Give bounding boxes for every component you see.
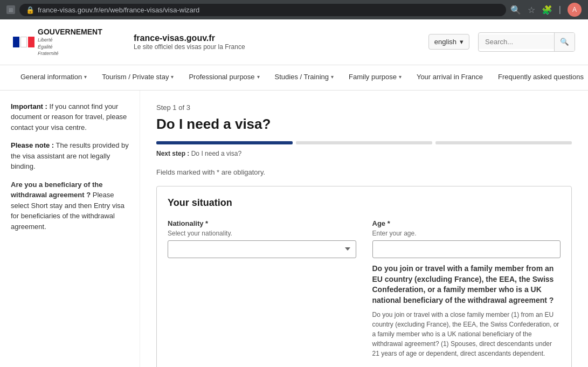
search-box: 🔍 (478, 32, 575, 52)
user-avatar[interactable]: A (568, 3, 582, 17)
nav-label: General information (20, 73, 82, 81)
agreement-label: Are you a beneficiary of the withdrawal … (11, 181, 103, 199)
nav-item-faq[interactable]: Frequently asked questions (490, 65, 588, 90)
travel-question-section: Do you join or travel with a family memb… (372, 264, 561, 358)
important-label: Important : (11, 102, 47, 110)
extensions-icon[interactable]: 🧩 (542, 5, 552, 15)
logo-area: GOUVERNEMENT Liberté Égalité Fraternité (13, 27, 121, 57)
nationality-sublabel: Select your nationality. (168, 230, 356, 237)
site-info: france-visas.gouv.fr Le site officiel de… (134, 33, 416, 51)
travel-question-body: Do you join or travel with a close famil… (372, 310, 561, 358)
chevron-down-icon: ▾ (399, 74, 402, 80)
site-tagline: Le site officiel des visas pour la Franc… (134, 43, 416, 51)
note-label: Please note : (11, 141, 54, 149)
flag-white (20, 37, 27, 47)
main-nav: General information ▾ Tourism / Private … (0, 65, 588, 91)
sidebar-note: Please note : The results provided by th… (11, 140, 129, 172)
age-group: Age * Enter your age. Do you join or tra… (372, 219, 561, 358)
flag-red (28, 37, 34, 47)
step-indicator: Step 1 of 3 (156, 103, 572, 112)
tab-icon: ⊞ (6, 5, 15, 14)
age-input[interactable] (372, 240, 561, 258)
main-panel: Step 1 of 3 Do I need a visa? Next step … (140, 91, 588, 367)
next-step-label: Next step : Do I need a visa? (156, 150, 572, 157)
nav-label: Studies / Training (275, 73, 329, 81)
nationality-select[interactable] (168, 240, 356, 258)
fields-note: Fields marked with * are obligatory. (156, 168, 572, 176)
chevron-down-icon: ▾ (171, 74, 174, 80)
sidebar-agreement: Are you a beneficiary of the withdrawal … (11, 179, 129, 232)
gov-motto: Liberté Égalité Fraternité (38, 37, 102, 57)
sidebar: Important : If you cannot find your docu… (0, 91, 140, 367)
french-flag (13, 37, 34, 47)
search-icon: 🔍 (560, 38, 569, 46)
header-controls: english ▾ 🔍 (428, 32, 575, 52)
content-wrapper: Important : If you cannot find your docu… (0, 91, 588, 367)
nav-label: Family purpose (349, 73, 397, 81)
chevron-down-icon: ▾ (257, 74, 260, 80)
chevron-down-icon: ▾ (460, 38, 464, 46)
nav-item-professional[interactable]: Professional purpose ▾ (181, 65, 267, 90)
travel-question-title: Do you join or travel with a family memb… (372, 264, 561, 306)
chevron-down-icon: ▾ (331, 74, 334, 80)
progress-seg-3 (435, 141, 572, 144)
nav-label: Your arrival in France (417, 73, 483, 81)
browser-chrome: ⊞ 🔒 france-visas.gouv.fr/en/web/france-v… (0, 0, 588, 19)
chevron-down-icon: ▾ (84, 74, 87, 80)
age-sublabel: Enter your age. (372, 230, 561, 237)
progress-seg-1 (156, 141, 293, 144)
form-row-nationality-age: Nationality * Select your nationality. A… (168, 219, 561, 358)
divider: | (559, 5, 561, 15)
search-input[interactable] (479, 34, 554, 49)
browser-icons: 🔍 ☆ 🧩 | A (510, 3, 582, 17)
search-icon[interactable]: 🔍 (510, 5, 521, 15)
gov-label: GOUVERNEMENT (38, 27, 102, 37)
nav-item-general-information[interactable]: General information ▾ (13, 65, 94, 90)
situation-card: Your situation Nationality * Select your… (156, 186, 572, 367)
search-button[interactable]: 🔍 (554, 33, 575, 51)
motto-line3: Fraternité (38, 51, 59, 56)
next-step-value: Do I need a visa? (191, 150, 241, 157)
nav-item-arrival[interactable]: Your arrival in France (409, 65, 490, 90)
progress-bar-container (156, 141, 572, 144)
nav-item-tourism[interactable]: Tourism / Private stay ▾ (94, 65, 181, 90)
flag-blue (13, 37, 19, 47)
sidebar-important: Important : If you cannot find your docu… (11, 101, 129, 133)
nationality-label: Nationality * (168, 219, 356, 227)
motto-line1: Liberté (38, 37, 53, 43)
star-icon[interactable]: ☆ (528, 5, 535, 15)
nav-item-family[interactable]: Family purpose ▾ (341, 65, 409, 90)
gov-logo: GOUVERNEMENT Liberté Égalité Fraternité (13, 27, 102, 57)
site-header: GOUVERNEMENT Liberté Égalité Fraternité … (0, 19, 588, 65)
nav-item-studies[interactable]: Studies / Training ▾ (267, 65, 341, 90)
language-selector[interactable]: english ▾ (428, 34, 469, 50)
nav-label: Tourism / Private stay (102, 73, 169, 81)
next-step-prefix: Next step : (156, 150, 189, 157)
url-text: france-visas.gouv.fr/en/web/france-visas… (38, 6, 199, 14)
nav-label: Professional purpose (189, 73, 254, 81)
progress-seg-2 (296, 141, 432, 144)
lock-icon: 🔒 (26, 6, 34, 14)
page-title: Do I need a visa? (156, 116, 572, 133)
age-label: Age * (372, 219, 561, 227)
site-name: france-visas.gouv.fr (134, 33, 416, 43)
situation-title: Your situation (168, 197, 561, 209)
nav-label: Frequently asked questions (498, 73, 584, 81)
url-bar[interactable]: 🔒 france-visas.gouv.fr/en/web/france-vis… (19, 4, 506, 16)
nationality-group: Nationality * Select your nationality. (168, 219, 356, 358)
motto-line2: Égalité (38, 44, 53, 50)
lang-label: english (434, 38, 456, 46)
